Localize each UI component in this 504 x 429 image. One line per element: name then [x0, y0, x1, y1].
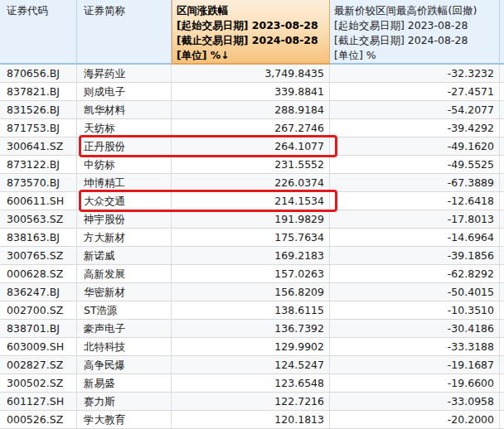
cell-interval_change[interactable]: 157.0263: [172, 265, 330, 282]
cell-drawdown[interactable]: -39.4292: [330, 119, 500, 137]
cell-name[interactable]: 正丹股份: [77, 137, 172, 155]
table-row[interactable]: 873570.BJ坤博精工226.0374-67.3889: [0, 174, 504, 192]
cell-code[interactable]: 870656.BJ: [0, 65, 77, 82]
cell-interval_change[interactable]: 156.8209: [172, 283, 330, 301]
cell-code[interactable]: 000628.SZ: [0, 265, 77, 282]
cell-interval_change[interactable]: 129.9902: [172, 338, 330, 355]
cell-name[interactable]: 海昇药业: [77, 65, 172, 82]
table-row[interactable]: 000628.SZ高新发展157.0263-62.8292: [0, 265, 504, 283]
cell-drawdown[interactable]: -17.8013: [330, 210, 500, 228]
column-header-drawdown[interactable]: 最新价较区间最高价跌幅(回撤) [起始交易日期] 2023-08-28 [截止交…: [330, 0, 500, 65]
table-row[interactable]: 603009.SH北特科技129.9902-33.3188: [0, 338, 504, 356]
cell-name[interactable]: 高新发展: [77, 265, 172, 282]
cell-name[interactable]: 神宇股份: [77, 210, 172, 228]
table-row[interactable]: 838163.BJ方大新材175.7634-14.6964: [0, 229, 504, 247]
cell-interval_change[interactable]: 267.2746: [172, 119, 330, 137]
cell-interval_change[interactable]: 138.6115: [172, 301, 330, 319]
cell-interval_change[interactable]: 169.2183: [172, 247, 330, 264]
cell-name[interactable]: 坤博精工: [77, 174, 172, 191]
cell-name[interactable]: 华密新材: [77, 283, 172, 301]
table-row[interactable]: 838701.BJ豪声电子136.7392-30.4186: [0, 320, 504, 338]
cell-code[interactable]: 300563.SZ: [0, 210, 77, 228]
table-row[interactable]: 837821.BJ则成电子339.8841-27.4571: [0, 83, 504, 101]
cell-interval_change[interactable]: 124.5247: [172, 356, 330, 374]
cell-name[interactable]: 新易盛: [77, 374, 172, 392]
cell-drawdown[interactable]: -14.6964: [330, 229, 500, 246]
cell-drawdown[interactable]: -49.1620: [330, 137, 500, 155]
table-row[interactable]: 871753.BJ天纺标267.2746-39.4292: [0, 119, 504, 137]
cell-name[interactable]: 天纺标: [77, 119, 172, 137]
cell-drawdown[interactable]: -30.4186: [330, 320, 500, 337]
cell-name[interactable]: 高争民爆: [77, 356, 172, 374]
table-row[interactable]: 873122.BJ中纺标231.5552-49.5525: [0, 156, 504, 174]
cell-drawdown[interactable]: -19.6600: [330, 374, 500, 392]
cell-code[interactable]: 873570.BJ: [0, 174, 77, 191]
cell-name[interactable]: 北特科技: [77, 338, 172, 355]
cell-drawdown[interactable]: -12.6418: [330, 192, 500, 210]
cell-drawdown[interactable]: -49.5525: [330, 156, 500, 173]
table-row[interactable]: 300563.SZ神宇股份191.9829-17.8013: [0, 210, 504, 229]
cell-interval_change[interactable]: 123.6548: [172, 374, 330, 392]
cell-code[interactable]: 836247.BJ: [0, 283, 77, 301]
cell-drawdown[interactable]: -67.3889: [330, 174, 500, 191]
table-row[interactable]: 831526.BJ凯华材料288.9184-54.2077: [0, 101, 504, 119]
column-header-interval-change[interactable]: 区间涨跌幅 [起始交易日期] 2023-08-28 [截止交易日期] 2024-…: [172, 0, 330, 65]
cell-name[interactable]: 则成电子: [77, 83, 172, 100]
cell-name[interactable]: 学大教育: [77, 411, 172, 428]
cell-code[interactable]: 603009.SH: [0, 338, 77, 355]
cell-interval_change[interactable]: 264.1077: [172, 137, 330, 155]
cell-code[interactable]: 838163.BJ: [0, 229, 77, 246]
cell-name[interactable]: 凯华材料: [77, 101, 172, 118]
cell-interval_change[interactable]: 175.7634: [172, 229, 330, 246]
table-row[interactable]: 870656.BJ海昇药业3,749.8435-32.3232: [0, 65, 504, 83]
cell-drawdown[interactable]: -50.4015: [330, 283, 500, 301]
cell-drawdown[interactable]: -10.3510: [330, 301, 500, 319]
table-row[interactable]: 002700.SZST浩源138.6115-10.3510: [0, 301, 504, 320]
cell-code[interactable]: 300765.SZ: [0, 247, 77, 264]
table-row[interactable]: 002827.SZ高争民爆124.5247-19.1687: [0, 356, 504, 374]
sort-descending-icon[interactable]: ↓: [220, 49, 229, 61]
cell-code[interactable]: 300641.SZ: [0, 137, 77, 155]
cell-name[interactable]: 方大新材: [77, 229, 172, 246]
cell-code[interactable]: 871753.BJ: [0, 119, 77, 137]
table-row[interactable]: 000526.SZ学大教育120.1813-20.2000: [0, 411, 504, 429]
cell-drawdown[interactable]: -19.1687: [330, 356, 500, 374]
table-row[interactable]: 300765.SZ新诺威169.2183-39.1856: [0, 247, 504, 265]
cell-name[interactable]: 大众交通: [77, 192, 172, 210]
cell-interval_change[interactable]: 191.9829: [172, 210, 330, 228]
cell-code[interactable]: 600611.SH: [0, 192, 77, 210]
cell-code[interactable]: 837821.BJ: [0, 83, 77, 100]
cell-code[interactable]: 873122.BJ: [0, 156, 77, 173]
column-header-name[interactable]: 证券简称: [77, 0, 172, 65]
cell-interval_change[interactable]: 288.9184: [172, 101, 330, 118]
cell-interval_change[interactable]: 231.5552: [172, 156, 330, 173]
cell-drawdown[interactable]: -32.3232: [330, 65, 500, 82]
cell-code[interactable]: 002700.SZ: [0, 301, 77, 319]
cell-interval_change[interactable]: 214.1534: [172, 192, 330, 210]
cell-name[interactable]: 豪声电子: [77, 320, 172, 337]
cell-drawdown[interactable]: -20.2000: [330, 411, 500, 428]
cell-interval_change[interactable]: 122.7216: [172, 393, 330, 410]
table-row[interactable]: 836247.BJ华密新材156.8209-50.4015: [0, 283, 504, 301]
cell-interval_change[interactable]: 3,749.8435: [172, 65, 330, 82]
cell-interval_change[interactable]: 226.0374: [172, 174, 330, 191]
cell-code[interactable]: 002827.SZ: [0, 356, 77, 374]
cell-interval_change[interactable]: 120.1813: [172, 411, 330, 428]
cell-drawdown[interactable]: -27.4571: [330, 83, 500, 100]
cell-code[interactable]: 838701.BJ: [0, 320, 77, 337]
column-header-code[interactable]: 证券代码: [0, 0, 77, 65]
table-row[interactable]: 600611.SH大众交通214.1534-12.6418: [0, 192, 504, 210]
cell-name[interactable]: ST浩源: [77, 301, 172, 319]
cell-drawdown[interactable]: -33.3188: [330, 338, 500, 355]
cell-name[interactable]: 中纺标: [77, 156, 172, 173]
table-row[interactable]: 300502.SZ新易盛123.6548-19.6600: [0, 374, 504, 393]
cell-drawdown[interactable]: -39.1856: [330, 247, 500, 264]
cell-drawdown[interactable]: -54.2077: [330, 101, 500, 118]
table-row[interactable]: 601127.SH赛力斯122.7216-33.0958: [0, 393, 504, 411]
cell-interval_change[interactable]: 136.7392: [172, 320, 330, 337]
table-row[interactable]: 300641.SZ正丹股份264.1077-49.1620: [0, 137, 504, 156]
cell-code[interactable]: 000526.SZ: [0, 411, 77, 428]
cell-name[interactable]: 新诺威: [77, 247, 172, 264]
cell-drawdown[interactable]: -62.8292: [330, 265, 500, 282]
cell-code[interactable]: 300502.SZ: [0, 374, 77, 392]
